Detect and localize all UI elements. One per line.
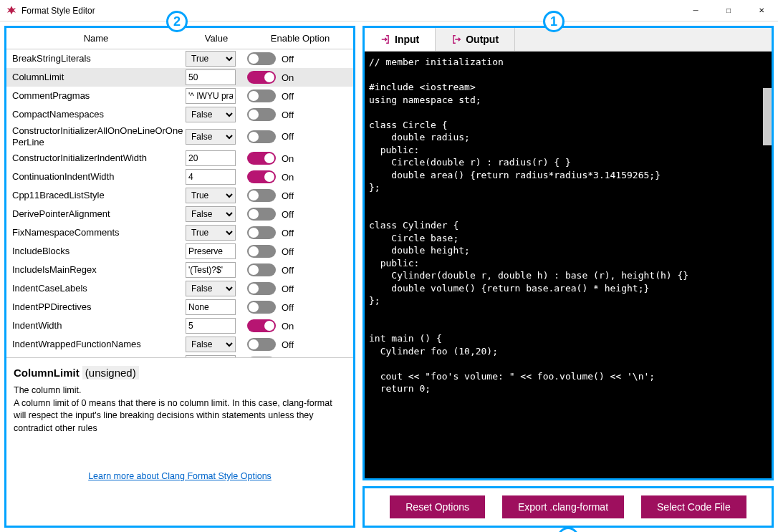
option-toggle-label: Off bbox=[282, 209, 294, 220]
option-name: BreakStringLiterals bbox=[6, 53, 186, 64]
option-row[interactable]: BreakStringLiteralsTrueOff bbox=[6, 49, 353, 68]
option-row[interactable]: IndentWidthOn bbox=[6, 316, 353, 335]
option-name: IndentWidth bbox=[6, 320, 186, 332]
option-toggle-label: Off bbox=[282, 265, 294, 276]
option-row[interactable]: DerivePointerAlignmentFalseOff bbox=[6, 205, 353, 223]
option-toggle-label: Off bbox=[282, 131, 294, 142]
option-toggle[interactable] bbox=[247, 71, 276, 84]
code-editor[interactable]: // member initialization #include <iostr… bbox=[365, 52, 772, 478]
badge-3: 3 bbox=[557, 527, 579, 532]
desc-line2: A column limit of 0 means that there is … bbox=[14, 397, 346, 435]
option-toggle[interactable] bbox=[247, 282, 276, 295]
action-buttons-panel: 3 Reset Options Export .clang-format Sel… bbox=[362, 486, 774, 528]
option-row[interactable]: ConstructorInitializerIndentWidthOn bbox=[6, 149, 353, 168]
option-value-input[interactable] bbox=[186, 150, 236, 166]
close-button[interactable]: ✕ bbox=[745, 0, 778, 21]
option-name: FixNamespaceComments bbox=[6, 227, 186, 238]
option-toggle-label: Off bbox=[282, 339, 294, 350]
option-value-input[interactable] bbox=[186, 243, 236, 259]
option-toggle[interactable] bbox=[247, 357, 276, 357]
option-value-input[interactable]: True bbox=[186, 51, 236, 67]
option-name: ConstructorInitializerAllOnOneLineOrOneP… bbox=[6, 125, 186, 147]
app-icon bbox=[6, 5, 17, 16]
option-toggle[interactable] bbox=[247, 152, 276, 165]
option-name: IncludeIsMainRegex bbox=[6, 264, 186, 276]
option-row[interactable]: CommentPragmasOff bbox=[6, 87, 353, 105]
header-value: Value bbox=[186, 33, 247, 44]
option-row[interactable]: CompactNamespacesFalseOff bbox=[6, 105, 353, 124]
option-value-input[interactable]: False bbox=[186, 107, 236, 122]
option-name: IndentPPDirectives bbox=[6, 301, 186, 313]
options-list[interactable]: BreakStringLiteralsTrueOffColumnLimitOnC… bbox=[6, 49, 353, 357]
option-value-input[interactable]: False bbox=[186, 129, 236, 145]
option-value-input[interactable]: False bbox=[186, 337, 236, 352]
learn-more-link[interactable]: Learn more about Clang Format Style Opti… bbox=[88, 471, 272, 481]
option-value-input[interactable] bbox=[186, 88, 236, 104]
option-row[interactable]: ColumnLimitOn bbox=[6, 68, 353, 87]
option-row[interactable]: Cpp11BracedListStyleTrueOff bbox=[6, 186, 353, 205]
tab-input[interactable]: Input bbox=[365, 28, 436, 51]
option-value-input[interactable]: False bbox=[186, 281, 236, 296]
option-toggle[interactable] bbox=[247, 226, 276, 239]
option-toggle-label: Off bbox=[282, 228, 294, 238]
input-icon bbox=[380, 34, 390, 44]
option-name: CompactNamespaces bbox=[6, 109, 186, 120]
option-toggle-label: Off bbox=[282, 110, 294, 120]
option-toggle[interactable] bbox=[247, 130, 276, 143]
option-toggle-label: Off bbox=[282, 190, 294, 201]
minimize-button[interactable]: ─ bbox=[679, 0, 712, 21]
option-toggle[interactable] bbox=[247, 52, 276, 65]
option-row[interactable]: FixNamespaceCommentsTrueOff bbox=[6, 223, 353, 242]
option-row[interactable]: IndentWrappedFunctionNamesFalseOff bbox=[6, 335, 353, 354]
desc-type: (unsigned) bbox=[82, 366, 139, 379]
option-toggle[interactable] bbox=[247, 245, 276, 258]
option-name: Cpp11BracedListStyle bbox=[6, 190, 186, 201]
export-clang-format-button[interactable]: Export .clang-format bbox=[502, 495, 624, 518]
option-value-input[interactable]: True bbox=[186, 188, 236, 203]
option-value-input[interactable] bbox=[186, 69, 236, 85]
option-row[interactable]: IndentCaseLabelsFalseOff bbox=[6, 279, 353, 298]
output-icon bbox=[451, 34, 461, 44]
preview-panel: Input Output // member initialization #i… bbox=[362, 26, 774, 480]
option-name: IndentWrappedFunctionNames bbox=[6, 339, 186, 350]
option-value-input[interactable] bbox=[186, 169, 236, 185]
option-name: IncludeBlocks bbox=[6, 246, 186, 257]
option-value-input[interactable]: True bbox=[186, 225, 236, 241]
option-value-input[interactable] bbox=[186, 262, 236, 278]
option-name: ConstructorInitializerIndentWidth bbox=[6, 153, 186, 164]
tab-output[interactable]: Output bbox=[436, 28, 515, 51]
maximize-button[interactable]: □ bbox=[712, 0, 745, 21]
option-toggle-label: On bbox=[282, 172, 294, 183]
option-toggle[interactable] bbox=[247, 189, 276, 202]
option-value-input[interactable] bbox=[186, 318, 236, 334]
description-box: ColumnLimit (unsigned) The column limit.… bbox=[6, 357, 353, 526]
option-toggle[interactable] bbox=[247, 263, 276, 276]
option-toggle-label: On bbox=[282, 72, 294, 83]
titlebar: Format Style Editor ─ □ ✕ bbox=[0, 0, 778, 21]
option-row[interactable]: IncludeIsMainRegexOff bbox=[6, 261, 353, 279]
option-toggle[interactable] bbox=[247, 301, 276, 314]
option-name: CommentPragmas bbox=[6, 90, 186, 102]
header-name: Name bbox=[6, 33, 186, 44]
option-toggle[interactable] bbox=[247, 170, 276, 183]
desc-name: ColumnLimit bbox=[14, 367, 80, 379]
option-toggle[interactable] bbox=[247, 208, 276, 221]
option-toggle-label: On bbox=[282, 321, 294, 332]
option-toggle-label: On bbox=[282, 153, 294, 164]
option-value-input[interactable]: False bbox=[186, 206, 236, 222]
code-scrollbar[interactable] bbox=[763, 88, 772, 145]
option-row[interactable]: IndentPPDirectivesOff bbox=[6, 298, 353, 316]
option-toggle[interactable] bbox=[247, 319, 276, 332]
option-toggle[interactable] bbox=[247, 338, 276, 351]
option-row[interactable]: ContinuationIndentWidthOn bbox=[6, 168, 353, 186]
option-toggle[interactable] bbox=[247, 108, 276, 121]
option-toggle[interactable] bbox=[247, 90, 276, 102]
option-row[interactable]: ConstructorInitializerAllOnOneLineOrOneP… bbox=[6, 124, 353, 149]
option-row[interactable]: IncludeBlocksOff bbox=[6, 242, 353, 261]
badge-2: 2 bbox=[166, 11, 188, 32]
option-value-input[interactable] bbox=[186, 299, 236, 315]
select-code-file-button[interactable]: Select Code File bbox=[641, 495, 746, 518]
option-name: DerivePointerAlignment bbox=[6, 208, 186, 220]
reset-options-button[interactable]: Reset Options bbox=[390, 495, 485, 518]
option-toggle-label: Off bbox=[282, 54, 294, 64]
